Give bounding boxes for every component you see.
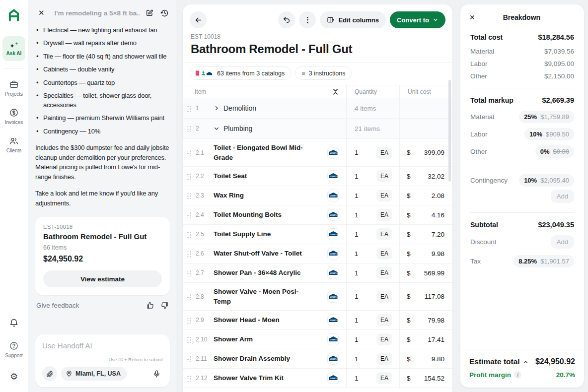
instructions-pill[interactable]: ≡ 3 instructions <box>295 66 352 80</box>
item-row[interactable]: 2.3 Wax Ring LOWE'S 1 EA $ 2.08 <box>183 186 452 205</box>
discount-add-button[interactable]: Add <box>551 235 574 249</box>
item-unit[interactable]: EA <box>376 147 392 159</box>
item-row[interactable]: 2.7 Shower Pan - 36×48 Acrylic LOWE'S 1 … <box>183 263 452 283</box>
sidebar-item-clients[interactable]: Clients <box>6 136 22 153</box>
item-row[interactable]: 2.2 Toilet Seat LOWE'S 1 EA $ 32.02 <box>183 167 452 186</box>
item-unit[interactable]: EA <box>376 190 392 201</box>
lowes-badge-icon[interactable]: LOWE'S <box>327 291 339 303</box>
contingency-pill[interactable]: 10% $2,095.40 <box>519 174 574 187</box>
drag-handle-icon[interactable] <box>187 250 192 257</box>
table-scrollbar[interactable] <box>448 80 451 182</box>
close-icon[interactable]: ✕ <box>35 7 48 18</box>
item-row[interactable]: 2.8 Shower Valve - Moen Posi-Temp LOWE'S… <box>183 283 452 311</box>
drag-handle-icon[interactable] <box>187 293 192 300</box>
sidebar-item-ask-ai[interactable]: ✦✦ Ask AI <box>2 36 25 61</box>
item-quantity[interactable]: 1 <box>347 293 376 300</box>
tax-pill[interactable]: 8.25% $1,901.57 <box>514 255 574 267</box>
item-unit-cost[interactable]: 7.20 <box>432 231 444 238</box>
chevron-up-icon[interactable] <box>523 359 528 365</box>
item-quantity[interactable]: 1 <box>347 173 376 180</box>
item-quantity[interactable]: 1 <box>347 336 376 343</box>
collapse-all-icon[interactable] <box>333 88 338 95</box>
drag-handle-icon[interactable] <box>187 125 192 132</box>
item-unit-cost[interactable]: 399.09 <box>424 149 444 156</box>
item-name[interactable]: Shower Arm <box>214 330 253 348</box>
drag-handle-icon[interactable] <box>187 173 192 180</box>
markup-row-pill[interactable]: 10% $909.50 <box>524 128 574 140</box>
lowes-badge-icon[interactable]: LOWE'S <box>327 190 339 201</box>
item-unit-cost[interactable]: 17.41 <box>428 336 444 343</box>
item-unit[interactable]: EA <box>376 314 392 326</box>
voice-input-button[interactable] <box>150 368 163 380</box>
item-quantity[interactable]: 1 <box>347 192 376 199</box>
drag-handle-icon[interactable] <box>187 149 192 156</box>
item-quantity[interactable]: 1 <box>347 269 376 277</box>
lowes-badge-icon[interactable]: LOWE'S <box>327 267 339 279</box>
item-quantity[interactable]: 1 <box>347 149 376 156</box>
lowes-badge-icon[interactable]: LOWE'S <box>327 372 339 384</box>
item-unit[interactable]: EA <box>376 372 392 384</box>
drag-handle-icon[interactable] <box>187 355 192 362</box>
view-estimate-button[interactable]: View estimate <box>43 270 162 287</box>
item-name[interactable]: Toilet Seat <box>214 167 247 185</box>
lowes-badge-icon[interactable]: LOWE'S <box>327 147 339 159</box>
item-row[interactable]: 2.6 Water Shut-off Valve - Toilet LOWE'S… <box>183 244 452 263</box>
item-quantity[interactable]: 1 <box>347 250 376 258</box>
drag-handle-icon[interactable] <box>187 192 192 199</box>
item-unit[interactable]: EA <box>376 267 392 279</box>
item-unit-cost[interactable]: 569.99 <box>424 269 444 277</box>
drag-handle-icon[interactable] <box>187 269 192 276</box>
item-row[interactable]: 2.10 Shower Arm LOWE'S 1 EA $ 17.41 <box>183 330 452 349</box>
item-quantity[interactable]: 1 <box>347 355 376 363</box>
contingency-add-button[interactable]: Add <box>551 190 574 203</box>
notifications-button[interactable] <box>9 318 19 328</box>
item-unit-cost[interactable]: 9.98 <box>432 250 444 258</box>
item-unit[interactable]: EA <box>376 333 392 345</box>
item-name[interactable]: Shower Drain Assembly <box>214 350 290 368</box>
thumbs-up-icon[interactable] <box>146 301 154 310</box>
undo-button[interactable] <box>278 11 295 28</box>
item-row[interactable]: 2.11 Shower Drain Assembly LOWE'S 1 EA $… <box>183 349 452 369</box>
thumbs-down-icon[interactable] <box>160 301 169 310</box>
item-unit-cost[interactable]: 2.08 <box>432 192 444 199</box>
sidebar-item-support[interactable]: Support <box>5 341 22 358</box>
chat-composer[interactable]: Use Handoff AI Use ⌘ + Return to submit … <box>35 334 170 387</box>
lowes-badge-icon[interactable]: LOWE'S <box>327 209 339 221</box>
item-unit-cost[interactable]: 117.08 <box>425 293 444 300</box>
item-unit-cost[interactable]: 32.02 <box>428 173 444 180</box>
item-unit-cost[interactable]: 154.52 <box>424 375 444 382</box>
item-name[interactable]: Water Shut-off Valve - Toilet <box>214 245 302 262</box>
item-unit-cost[interactable]: 79.98 <box>428 317 444 324</box>
drag-handle-icon[interactable] <box>187 375 192 382</box>
item-row[interactable]: 2.1 Toilet - Elongated Bowl Mid-Grade LO… <box>183 139 452 167</box>
convert-to-button[interactable]: Convert to <box>390 11 445 28</box>
drag-handle-icon[interactable] <box>187 211 192 218</box>
item-name[interactable]: Shower Valve Trim Kit <box>214 369 284 387</box>
item-unit[interactable]: EA <box>376 291 392 303</box>
item-name[interactable]: Shower Pan - 36×48 Acrylic <box>214 264 300 282</box>
lowes-badge-icon[interactable]: LOWE'S <box>327 353 339 365</box>
item-unit[interactable]: EA <box>376 228 392 240</box>
drag-handle-icon[interactable] <box>187 336 192 343</box>
item-unit[interactable]: EA <box>376 170 392 182</box>
chat-thread-title[interactable]: I'm remodeling a 5×8 ft ba... <box>55 9 140 17</box>
sidebar-item-projects[interactable]: Projects <box>5 79 23 97</box>
item-unit[interactable]: EA <box>376 248 392 260</box>
item-row[interactable]: 2.5 Toilet Supply Line LOWE'S 1 EA $ 7.2… <box>183 225 452 244</box>
item-unit[interactable]: EA <box>376 353 392 365</box>
lowes-badge-icon[interactable]: LOWE'S <box>327 228 339 240</box>
estimate-summary-card[interactable]: EST-10018 Bathroom Remodel - Full Gut 66… <box>35 217 170 295</box>
catalogs-pill[interactable]: 63 items from 3 catalogs <box>190 66 291 80</box>
item-quantity[interactable]: 1 <box>347 317 376 324</box>
more-options-button[interactable]: ⋮ <box>299 11 316 28</box>
section-row[interactable]: 2 Plumbing 21 items <box>183 119 452 139</box>
location-selector[interactable]: Miami, FL, USA <box>61 367 127 381</box>
item-name[interactable]: Wax Ring <box>214 187 244 204</box>
new-chat-icon[interactable] <box>145 8 154 18</box>
lowes-badge-icon[interactable]: LOWE'S <box>327 170 339 182</box>
item-quantity[interactable]: 1 <box>347 375 376 382</box>
markup-row-pill[interactable]: 0% $0.00 <box>535 145 574 158</box>
item-name[interactable]: Shower Head - Moen <box>214 311 280 329</box>
item-quantity[interactable]: 1 <box>347 211 376 219</box>
composer-input[interactable]: Use Handoff AI <box>42 341 163 350</box>
